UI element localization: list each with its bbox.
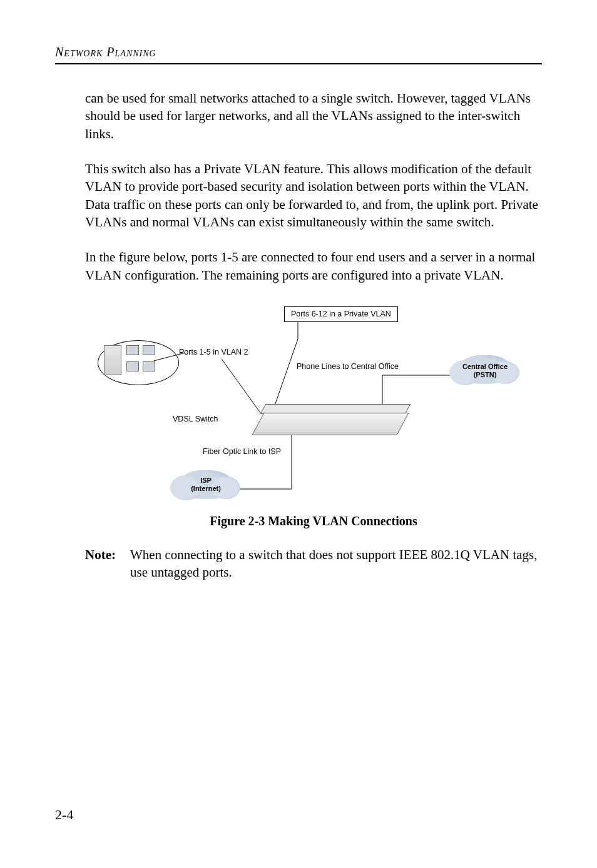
pc-icon (143, 361, 155, 371)
note-label: Note: (85, 546, 130, 582)
label-central-office: Central Office (PSTN) (457, 363, 513, 378)
label-fiber-link: Fiber Optic Link to ISP (203, 447, 281, 457)
pc-icon (126, 345, 139, 355)
page-number: 2-4 (55, 807, 73, 823)
paragraph-2: This switch also has a Private VLAN feat… (85, 160, 542, 231)
label-isp-line2: (Internet) (191, 485, 221, 492)
label-ports-1-5: Ports 1-5 in VLAN 2 (179, 347, 248, 358)
label-isp-line1: ISP (200, 477, 212, 484)
running-header: Network Planning (55, 45, 542, 59)
pc-icon (126, 361, 139, 371)
note-block: Note: When connecting to a switch that d… (85, 546, 542, 582)
figure-2-3: Ports 6-12 in a Private VLAN Ports 1-5 i… (85, 301, 542, 508)
paragraph-1: can be used for small networks attached … (85, 89, 542, 143)
label-central-office-line1: Central Office (462, 363, 508, 370)
label-isp: ISP (Internet) (178, 477, 234, 492)
vdsl-switch-icon (252, 413, 409, 435)
pc-icon (143, 345, 155, 355)
label-central-office-line2: (PSTN) (474, 371, 497, 378)
body-column: can be used for small networks attached … (85, 89, 542, 582)
svg-line-1 (273, 339, 298, 411)
paragraph-3: In the figure below, ports 1-5 are conne… (85, 248, 542, 284)
label-private-vlan: Ports 6-12 in a Private VLAN (284, 306, 398, 322)
svg-line-2 (222, 359, 260, 413)
note-text: When connecting to a switch that does no… (130, 546, 542, 582)
label-phone-lines: Phone Lines to Central Office (297, 361, 399, 372)
figure-caption: Figure 2-3 Making VLAN Connections (85, 513, 542, 530)
header-rule (55, 63, 542, 64)
server-icon (104, 345, 121, 375)
label-vdsl-switch: VDSL Switch (173, 414, 218, 425)
